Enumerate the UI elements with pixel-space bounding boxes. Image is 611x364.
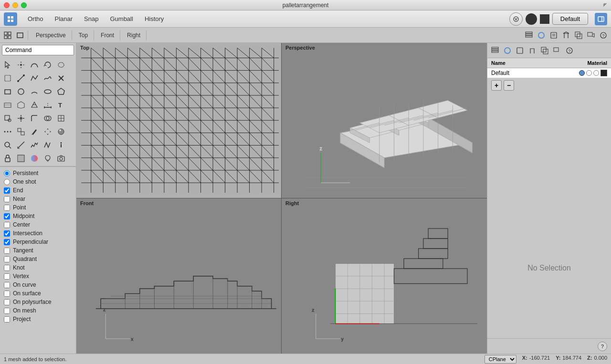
analyze-tool[interactable] [28, 138, 41, 152]
planar-menu[interactable]: Planar [50, 13, 78, 24]
camera-tool[interactable] [54, 152, 68, 165]
polygon-tool[interactable] [54, 85, 68, 98]
freeform-tool[interactable] [41, 72, 54, 85]
default-button[interactable]: Default [552, 13, 588, 25]
properties-icon[interactable] [548, 30, 559, 41]
dimension-tool[interactable] [41, 98, 54, 112]
polyline-tool[interactable] [28, 72, 41, 85]
curve-tool[interactable] [28, 58, 41, 72]
fillet-tool[interactable] [28, 112, 41, 125]
select-tool[interactable] [1, 58, 14, 72]
right-help-icon[interactable]: ? [564, 45, 575, 56]
navigate-button[interactable] [509, 12, 523, 26]
rectangle-icon[interactable] [14, 30, 26, 41]
tab-perspective[interactable]: Perspective [30, 30, 72, 41]
layer-color-swatch[interactable] [600, 70, 607, 76]
transform-tool[interactable] [1, 112, 14, 125]
viewport-top[interactable]: Top [76, 43, 282, 198]
command-input[interactable] [2, 45, 74, 55]
snap-input-on-mesh[interactable] [4, 308, 10, 314]
edit-tool[interactable] [28, 125, 41, 138]
snap-input-project[interactable] [4, 316, 10, 322]
arc-tool[interactable] [28, 85, 41, 98]
layers-icon[interactable] [523, 30, 535, 41]
ortho-menu[interactable]: Ortho [23, 13, 48, 24]
snap-input-on-curve[interactable] [4, 282, 10, 288]
snap-input-knot[interactable] [4, 265, 10, 271]
snap-input-quadrant[interactable] [4, 256, 10, 262]
rotate-tool[interactable] [41, 58, 54, 72]
cage-tool[interactable] [54, 112, 68, 125]
lasso-tool[interactable] [54, 58, 68, 72]
minimize-button[interactable] [12, 2, 18, 8]
help-icon[interactable]: ? [598, 30, 609, 41]
circle-tool[interactable] [14, 85, 28, 98]
sidebar-toggle-right[interactable] [595, 13, 607, 25]
tab-top[interactable]: Top [73, 30, 94, 41]
solid-tool[interactable] [14, 98, 28, 112]
hatch-tool[interactable] [14, 152, 28, 165]
snap-input-intersection[interactable] [4, 230, 10, 237]
snap-input-end[interactable] [4, 187, 10, 194]
layer-visible-dot[interactable] [593, 70, 599, 76]
point-tool[interactable] [14, 58, 28, 72]
explode-tool[interactable] [14, 112, 28, 125]
close-button[interactable] [4, 2, 10, 8]
right-layers-icon[interactable] [489, 45, 501, 56]
viewport-perspective[interactable]: Perspective [282, 43, 487, 198]
snap-input-perpendicular[interactable] [4, 239, 10, 245]
text-tool[interactable]: T [54, 98, 68, 112]
right-material-icon[interactable] [527, 45, 538, 56]
snap-input-near[interactable] [4, 196, 10, 202]
boolean-tool[interactable] [41, 112, 54, 125]
right-render-icon[interactable] [551, 45, 563, 56]
lock-tool[interactable] [1, 152, 14, 165]
help-button[interactable]: ? [598, 342, 607, 351]
render-icon[interactable] [585, 30, 597, 41]
surface-tool[interactable] [1, 98, 14, 112]
right-properties-icon[interactable] [514, 45, 526, 56]
snap-input-vertex[interactable] [4, 273, 10, 280]
ellipse-tool[interactable] [41, 85, 54, 98]
app-icon-button[interactable] [4, 12, 17, 26]
maximize-button[interactable] [21, 2, 27, 8]
display-icon[interactable] [573, 30, 584, 41]
zebra-tool[interactable] [41, 138, 54, 152]
stop-button[interactable] [540, 14, 549, 24]
render2-tool[interactable] [54, 125, 68, 138]
rect-tool[interactable] [1, 85, 14, 98]
object-icon[interactable] [536, 30, 547, 41]
snap-input-on-polysurface[interactable] [4, 299, 10, 305]
viewport-right[interactable]: Right [282, 198, 487, 354]
gumball-menu[interactable]: Gumball [105, 13, 137, 24]
group-tool[interactable] [14, 125, 28, 138]
light-tool[interactable] [41, 152, 54, 165]
viewport-front[interactable]: Front [76, 198, 282, 354]
dots-tool[interactable] [1, 125, 14, 138]
snap-input-on-surface[interactable] [4, 291, 10, 297]
snap-input-center[interactable] [4, 222, 10, 228]
remove-layer-button[interactable]: − [504, 80, 514, 91]
snap-input-persistent[interactable] [4, 170, 10, 177]
measure-tool[interactable] [14, 138, 28, 152]
record-button[interactable] [526, 13, 537, 25]
magnify-tool[interactable] [1, 138, 14, 152]
layer-active-dot[interactable] [579, 70, 585, 76]
snap-input-midpoint[interactable] [4, 213, 10, 219]
history-menu[interactable]: History [140, 13, 169, 24]
grid-icon[interactable] [2, 30, 13, 41]
add-layer-button[interactable]: + [491, 80, 502, 91]
window-select-tool[interactable] [1, 72, 14, 85]
gradient-tool[interactable] [28, 152, 41, 165]
snap-input-one-shot[interactable] [4, 179, 10, 185]
right-display-icon[interactable] [539, 45, 550, 56]
mesh-tool[interactable] [28, 98, 41, 112]
snap-input-tangent[interactable] [4, 248, 10, 254]
tab-right[interactable]: Right [121, 30, 147, 41]
snap-menu[interactable]: Snap [79, 13, 103, 24]
right-object-icon[interactable] [502, 45, 513, 56]
material-icon[interactable] [560, 30, 572, 41]
move-tool[interactable] [41, 125, 54, 138]
layer-lock-dot[interactable] [586, 70, 592, 76]
line-tool[interactable] [14, 72, 28, 85]
